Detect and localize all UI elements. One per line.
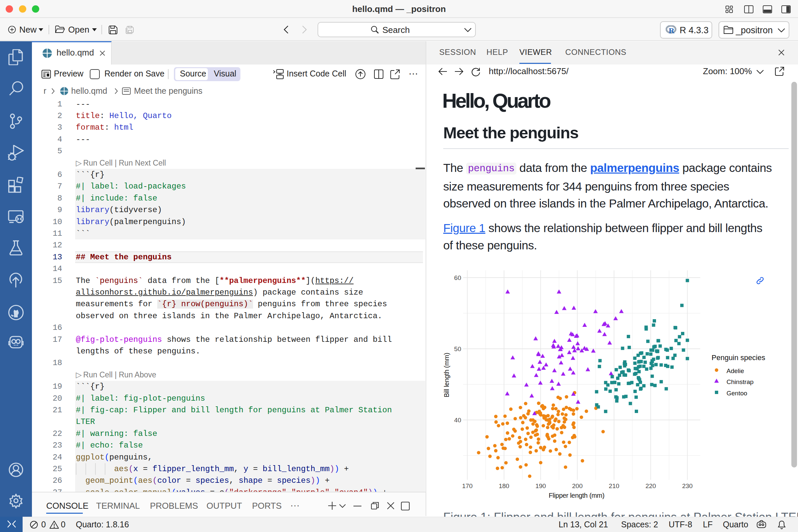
- svg-text:60: 60: [454, 274, 461, 281]
- svg-text:180: 180: [499, 482, 509, 490]
- svg-text:210: 210: [609, 482, 620, 490]
- svg-text:Penguin species: Penguin species: [711, 354, 765, 362]
- svg-text:220: 220: [645, 482, 656, 490]
- svg-text:200: 200: [572, 482, 583, 490]
- svg-text:40: 40: [454, 417, 461, 424]
- svg-text:190: 190: [535, 482, 546, 490]
- svg-text:R: R: [669, 26, 674, 35]
- svg-text:50: 50: [454, 345, 461, 353]
- svg-text:Gentoo: Gentoo: [726, 390, 747, 397]
- svg-text:Bill length (mm): Bill length (mm): [443, 353, 450, 397]
- svg-text:170: 170: [462, 482, 473, 490]
- svg-text:Flipper length (mm): Flipper length (mm): [549, 492, 605, 499]
- svg-text:230: 230: [682, 482, 692, 490]
- svg-text:Adelie: Adelie: [726, 367, 744, 374]
- svg-text:Chinstrap: Chinstrap: [726, 378, 754, 385]
